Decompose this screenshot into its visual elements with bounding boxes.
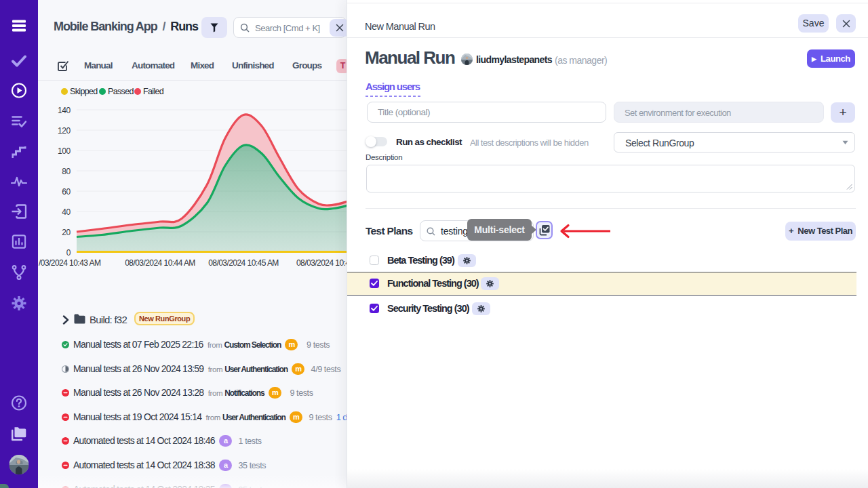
- svg-text:40: 40: [62, 207, 71, 217]
- svg-text:/03/2024 10:43 AM: /03/2024 10:43 AM: [39, 258, 101, 268]
- svg-text:120: 120: [58, 126, 71, 136]
- svg-text:140: 140: [58, 106, 71, 115]
- svg-text:08/03/2024 10:45 AM: 08/03/2024 10:45 AM: [208, 258, 279, 268]
- svg-text:60: 60: [62, 187, 71, 197]
- svg-text:80: 80: [62, 167, 71, 176]
- svg-text:0: 0: [66, 248, 71, 258]
- svg-text:20: 20: [62, 228, 71, 237]
- svg-text:08/03/2024 10:44 AM: 08/03/2024 10:44 AM: [125, 258, 195, 268]
- svg-text:100: 100: [58, 146, 71, 156]
- svg-text:08/03/2024 10:46: 08/03/2024 10:46: [296, 258, 347, 268]
